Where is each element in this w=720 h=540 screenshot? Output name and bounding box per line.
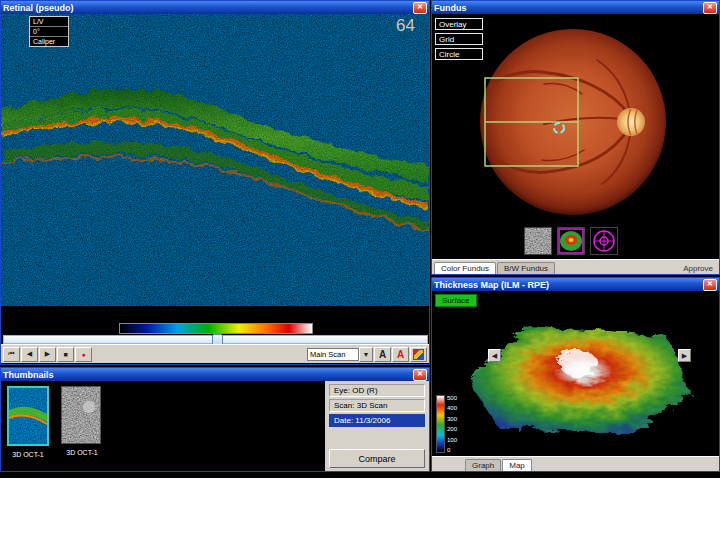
- oct-window-title: Retinal (pseudo): [3, 2, 74, 14]
- thumbnails-window: Thumbnails ✕ 3D OCT-1: [0, 367, 430, 472]
- thickness-tabbar: Graph Map: [432, 456, 719, 471]
- oct-application: Retinal (pseudo) ✕: [0, 0, 720, 478]
- thumbnail-item[interactable]: 3D OCT-1: [61, 386, 103, 466]
- tab-color-fundus[interactable]: Color Fundus: [434, 262, 496, 274]
- oct-window-titlebar[interactable]: Retinal (pseudo) ✕: [1, 1, 429, 14]
- thumbnail-label: 3D OCT-1: [61, 449, 103, 456]
- record-button[interactable]: ●: [75, 347, 92, 362]
- grid-button[interactable]: Grid: [435, 33, 483, 45]
- close-icon[interactable]: ✕: [413, 2, 427, 14]
- menu-item-caliper[interactable]: Caliper: [30, 37, 68, 46]
- rotate-right-button[interactable]: ▶: [678, 349, 691, 362]
- thumbnail-list: 3D OCT-1 3D OCT-1: [1, 381, 325, 471]
- thickness-body: Surface ◀ ▶ 500 400 300 200 100 0 Graph …: [432, 291, 719, 471]
- colormap-button[interactable]: [410, 347, 427, 362]
- info-row-scan[interactable]: Scan: 3D Scan: [329, 399, 425, 412]
- chevron-down-icon[interactable]: ▼: [359, 347, 373, 362]
- annotate-button[interactable]: A: [392, 347, 409, 362]
- circle-button[interactable]: Circle: [435, 48, 483, 60]
- overlay-button[interactable]: Overlay: [435, 18, 483, 30]
- legend-value: 200: [447, 426, 457, 432]
- oct-scan-window: Retinal (pseudo) ✕: [0, 0, 430, 365]
- info-row-eye[interactable]: Eye: OD (R): [329, 384, 425, 397]
- prev-frame-button[interactable]: ◀: [21, 347, 38, 362]
- menu-item-angle[interactable]: 0°: [30, 27, 68, 37]
- thickness-3d-surface: [440, 297, 708, 447]
- oct-window-body: L/V 0° Caliper 64 ⏮ ◀ ▶ ■ ● Main Scan ▼: [1, 14, 429, 364]
- thumbnails-body: 3D OCT-1 3D OCT-1 Eye: OD (R) Scan: 3D S…: [1, 381, 429, 471]
- oct-thumbnail-image[interactable]: [7, 386, 49, 446]
- slide-canvas: Retinal (pseudo) ✕: [0, 0, 720, 540]
- thickness-map-window: Thickness Map (ILM - RPE) ✕: [431, 277, 720, 472]
- thumbnail-item[interactable]: 3D OCT-1: [7, 386, 49, 466]
- tab-map[interactable]: Map: [502, 459, 532, 471]
- fundus-overlay-controls: Overlay Grid Circle: [435, 18, 483, 60]
- close-icon[interactable]: ✕: [413, 369, 427, 381]
- etdrs-grid-thumbnail[interactable]: [590, 227, 618, 255]
- font-button[interactable]: A: [374, 347, 391, 362]
- approve-label[interactable]: Approve: [683, 264, 717, 274]
- legend-value: 300: [447, 416, 457, 422]
- thickness-legend: 500 400 300 200 100 0: [436, 395, 457, 453]
- thickness-map-thumbnail[interactable]: [557, 227, 585, 255]
- info-row-date[interactable]: Date: 11/3/2006: [329, 414, 425, 427]
- legend-value: 400: [447, 405, 457, 411]
- rotate-left-button[interactable]: ◀: [488, 349, 501, 362]
- fundus-window: Fundus ✕: [431, 0, 720, 275]
- fundus-title: Fundus: [434, 2, 467, 14]
- playback-toolbar: ⏮ ◀ ▶ ■ ● Main Scan ▼ A A: [1, 344, 429, 363]
- thickness-titlebar[interactable]: Thickness Map (ILM - RPE) ✕: [432, 278, 719, 291]
- intensity-colorbar: [119, 323, 313, 334]
- surface-button[interactable]: Surface: [435, 294, 477, 307]
- fundus-body: Overlay Grid Circle: [432, 14, 719, 274]
- frame-number: 64: [396, 16, 415, 36]
- play-button[interactable]: ▶: [39, 347, 56, 362]
- fundus-mode-thumbnails: [524, 227, 618, 255]
- legend-value: 100: [447, 437, 457, 443]
- legend-value: 500: [447, 395, 457, 401]
- tab-bw-fundus[interactable]: B/W Fundus: [497, 262, 555, 274]
- fundus-thumbnail-image[interactable]: [61, 386, 101, 444]
- thumbnails-titlebar[interactable]: Thumbnails ✕: [1, 368, 429, 381]
- scan-type-select[interactable]: Main Scan ▼: [307, 347, 373, 362]
- thickness-title: Thickness Map (ILM - RPE): [434, 279, 549, 291]
- fundus-tabbar: Color Fundus B/W Fundus Approve: [432, 259, 719, 274]
- compare-button[interactable]: Compare: [329, 449, 425, 468]
- palette-icon: [413, 349, 424, 360]
- stop-button[interactable]: ■: [57, 347, 74, 362]
- thumbnail-label: 3D OCT-1: [7, 451, 49, 458]
- close-icon[interactable]: ✕: [703, 2, 717, 14]
- menu-item-lv[interactable]: L/V: [30, 17, 68, 27]
- frame-slider[interactable]: [3, 335, 428, 344]
- tab-graph[interactable]: Graph: [465, 459, 501, 471]
- oct-bscan-image: [1, 14, 429, 306]
- oct-display-menu: L/V 0° Caliper: [29, 16, 69, 47]
- legend-color-strip: [436, 395, 445, 453]
- scan-info-panel: Eye: OD (R) Scan: 3D Scan Date: 11/3/200…: [325, 381, 429, 471]
- thumbnails-title: Thumbnails: [3, 369, 54, 381]
- legend-labels: 500 400 300 200 100 0: [447, 395, 457, 453]
- legend-value: 0: [447, 447, 457, 453]
- scan-type-value: Main Scan: [307, 348, 359, 361]
- fundus-titlebar[interactable]: Fundus ✕: [432, 1, 719, 14]
- close-icon[interactable]: ✕: [703, 279, 717, 291]
- projection-thumbnail[interactable]: [524, 227, 552, 255]
- go-first-button[interactable]: ⏮: [3, 347, 20, 362]
